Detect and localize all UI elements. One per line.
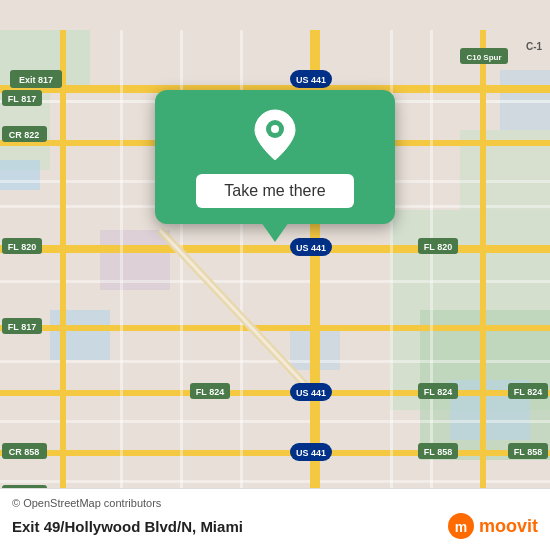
svg-rect-29 bbox=[120, 30, 123, 520]
bottom-bar: © OpenStreetMap contributors Exit 49/Hol… bbox=[0, 488, 550, 550]
svg-rect-7 bbox=[50, 310, 110, 360]
svg-text:US 441: US 441 bbox=[296, 243, 326, 253]
svg-rect-14 bbox=[0, 245, 550, 253]
location-popup: Take me there bbox=[155, 90, 395, 224]
svg-text:US 441: US 441 bbox=[296, 388, 326, 398]
svg-rect-17 bbox=[0, 450, 550, 456]
moovit-icon: m bbox=[447, 512, 475, 540]
svg-rect-23 bbox=[0, 420, 550, 423]
map-background: Exit 817 CR 822 CR 822 US 441 C10 Spur C… bbox=[0, 0, 550, 550]
svg-rect-22 bbox=[0, 360, 550, 363]
svg-rect-21 bbox=[0, 280, 550, 283]
svg-text:FL 820: FL 820 bbox=[8, 242, 36, 252]
svg-text:CR 858: CR 858 bbox=[9, 447, 40, 457]
moovit-logo: m moovit bbox=[447, 512, 538, 540]
take-me-there-button[interactable]: Take me there bbox=[196, 174, 353, 208]
location-name: Exit 49/Hollywood Blvd/N, Miami bbox=[12, 518, 243, 535]
svg-text:FL 817: FL 817 bbox=[8, 94, 36, 104]
svg-text:FL 858: FL 858 bbox=[424, 447, 452, 457]
svg-rect-27 bbox=[60, 30, 66, 520]
svg-rect-24 bbox=[0, 480, 550, 483]
svg-text:Exit 817: Exit 817 bbox=[19, 75, 53, 85]
svg-text:US 441: US 441 bbox=[296, 75, 326, 85]
copyright-text: © OpenStreetMap contributors bbox=[12, 497, 538, 509]
svg-text:m: m bbox=[455, 519, 467, 535]
location-info: Exit 49/Hollywood Blvd/N, Miami m moovit bbox=[12, 512, 538, 540]
svg-text:US 441: US 441 bbox=[296, 448, 326, 458]
svg-text:C-1: C-1 bbox=[526, 41, 543, 52]
svg-rect-28 bbox=[480, 30, 486, 520]
svg-text:FL 817: FL 817 bbox=[8, 322, 36, 332]
svg-text:C10 Spur: C10 Spur bbox=[466, 53, 501, 62]
svg-rect-6 bbox=[0, 160, 40, 190]
svg-point-78 bbox=[271, 125, 279, 133]
svg-text:CR 822: CR 822 bbox=[9, 130, 40, 140]
svg-text:FL 858: FL 858 bbox=[514, 447, 542, 457]
svg-text:FL 820: FL 820 bbox=[424, 242, 452, 252]
location-pin-icon bbox=[248, 108, 302, 162]
svg-text:FL 824: FL 824 bbox=[514, 387, 542, 397]
moovit-label: moovit bbox=[479, 516, 538, 537]
svg-text:FL 824: FL 824 bbox=[424, 387, 452, 397]
svg-rect-15 bbox=[0, 325, 550, 331]
svg-text:FL 824: FL 824 bbox=[196, 387, 224, 397]
svg-rect-16 bbox=[0, 390, 550, 396]
map-container: Exit 817 CR 822 CR 822 US 441 C10 Spur C… bbox=[0, 0, 550, 550]
